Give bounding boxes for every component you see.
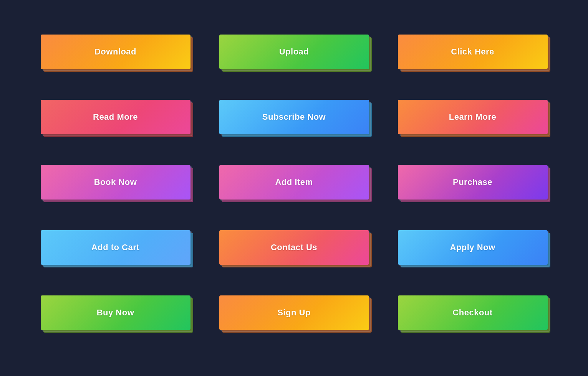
learn-more-button[interactable]: Learn More [398,100,548,134]
button-grid: DownloadUploadClick HereRead MoreSubscri… [18,12,571,364]
add-to-cart-button[interactable]: Add to Cart [41,230,190,265]
click-here-button[interactable]: Click Here [398,35,548,69]
sign-up-wrapper: Sign Up [219,295,369,330]
add-to-cart-wrapper: Add to Cart [41,230,190,265]
purchase-button[interactable]: Purchase [398,165,548,200]
subscribe-now-button[interactable]: Subscribe Now [219,100,369,134]
contact-us-wrapper: Contact Us [219,230,369,265]
download-wrapper: Download [41,35,190,69]
buy-now-button[interactable]: Buy Now [41,295,190,330]
purchase-wrapper: Purchase [398,165,548,200]
read-more-wrapper: Read More [41,100,190,134]
download-button[interactable]: Download [41,35,190,69]
apply-now-button[interactable]: Apply Now [398,230,548,265]
subscribe-now-wrapper: Subscribe Now [219,100,369,134]
add-item-button[interactable]: Add Item [219,165,369,200]
learn-more-wrapper: Learn More [398,100,548,134]
book-now-wrapper: Book Now [41,165,190,200]
add-item-wrapper: Add Item [219,165,369,200]
checkout-wrapper: Checkout [398,295,548,330]
buy-now-wrapper: Buy Now [41,295,190,330]
upload-button[interactable]: Upload [219,35,369,69]
sign-up-button[interactable]: Sign Up [219,295,369,330]
click-here-wrapper: Click Here [398,35,548,69]
book-now-button[interactable]: Book Now [41,165,190,200]
read-more-button[interactable]: Read More [41,100,190,134]
upload-wrapper: Upload [219,35,369,69]
apply-now-wrapper: Apply Now [398,230,548,265]
checkout-button[interactable]: Checkout [398,295,548,330]
contact-us-button[interactable]: Contact Us [219,230,369,265]
